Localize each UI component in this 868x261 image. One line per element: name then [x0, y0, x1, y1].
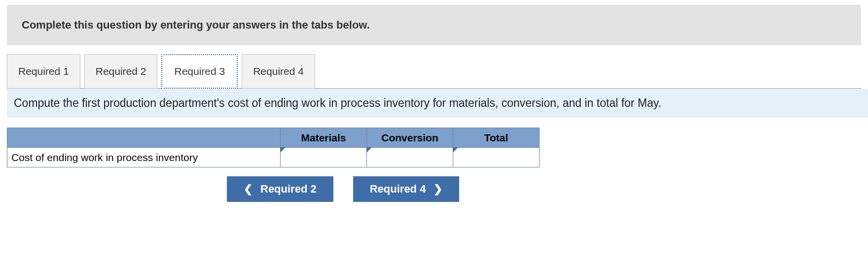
col-header-conversion: Conversion: [367, 128, 453, 148]
table-row: Cost of ending work in process inventory: [7, 148, 540, 167]
input-total[interactable]: [453, 148, 539, 167]
tab-label: Required 2: [96, 65, 146, 77]
cell-conversion[interactable]: [367, 148, 453, 167]
tab-label: Required 1: [18, 65, 69, 77]
next-button[interactable]: Required 4 ❯: [353, 176, 460, 202]
answer-table-wrap: Materials Conversion Total Cost of endin…: [7, 128, 868, 167]
tab-required-1[interactable]: Required 1: [7, 54, 80, 89]
cell-materials[interactable]: [281, 148, 367, 167]
tabs-row: Required 1 Required 2 Required 3 Require…: [7, 54, 868, 89]
tab-required-2[interactable]: Required 2: [84, 54, 158, 89]
tab-required-3[interactable]: Required 3: [161, 54, 238, 89]
cell-total[interactable]: [453, 148, 540, 167]
col-header-total: Total: [453, 128, 540, 148]
chevron-left-icon: ❮: [244, 183, 253, 196]
prev-button-label: Required 2: [260, 183, 317, 196]
table-corner-empty: [7, 128, 281, 148]
nav-buttons: ❮ Required 2 Required 4 ❯: [227, 176, 868, 202]
tab-label: Required 3: [174, 65, 225, 77]
input-indicator-icon: [366, 147, 372, 153]
question-prompt: Compute the first production department'…: [7, 89, 868, 118]
tab-label: Required 4: [253, 65, 304, 77]
col-header-materials: Materials: [281, 128, 367, 148]
tab-required-4[interactable]: Required 4: [242, 54, 315, 89]
input-conversion[interactable]: [367, 148, 453, 167]
instruction-bar: Complete this question by entering your …: [7, 5, 861, 45]
input-indicator-icon: [280, 147, 286, 153]
prev-button[interactable]: ❮ Required 2: [227, 176, 333, 202]
chevron-right-icon: ❯: [434, 183, 442, 196]
input-indicator-icon: [453, 147, 458, 153]
input-materials[interactable]: [281, 148, 366, 167]
prompt-text: Compute the first production department'…: [14, 97, 661, 109]
answer-table: Materials Conversion Total Cost of endin…: [7, 128, 540, 167]
next-button-label: Required 4: [370, 183, 426, 196]
row-label: Cost of ending work in process inventory: [7, 148, 281, 167]
instruction-text: Complete this question by entering your …: [22, 19, 370, 31]
